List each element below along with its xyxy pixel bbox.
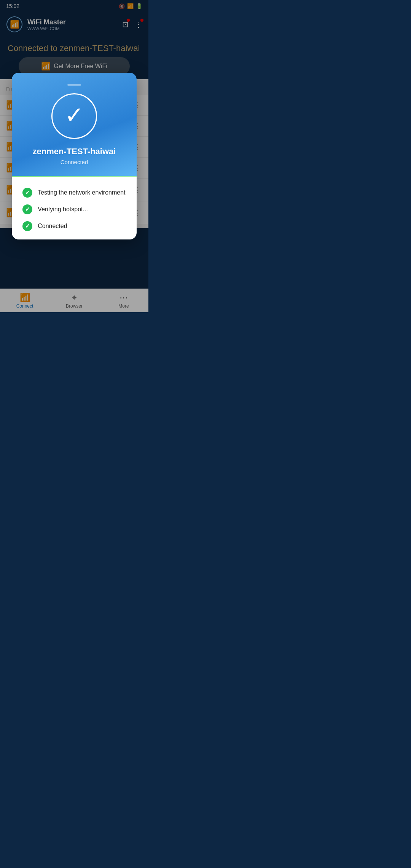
check-item-2: ✓ Verifying hotspot... [22,204,126,214]
check-label-3: Connected [38,223,67,230]
modal-top: ✓ zenmen-TEST-haiwai Connected [12,73,137,176]
check-icon: ✓ [65,104,84,127]
green-check-icon-2: ✓ [22,204,32,214]
green-check-icon-3: ✓ [22,221,32,231]
connection-modal: ✓ zenmen-TEST-haiwai Connected ✓ Testing… [12,73,137,239]
check-item-3: ✓ Connected [22,221,126,231]
check-label-1: Testing the network environment [38,189,125,196]
green-check-icon-1: ✓ [22,188,32,198]
check-item-1: ✓ Testing the network environment [22,188,126,198]
check-label-2: Verifying hotspot... [38,206,88,213]
modal-ssid: zenmen-TEST-haiwai [33,147,116,156]
drag-handle [67,84,81,86]
modal-bottom: ✓ Testing the network environment ✓ Veri… [12,177,137,239]
modal-overlay[interactable]: ✓ zenmen-TEST-haiwai Connected ✓ Testing… [0,0,148,312]
check-circle: ✓ [51,93,97,139]
modal-status: Connected [61,159,88,165]
